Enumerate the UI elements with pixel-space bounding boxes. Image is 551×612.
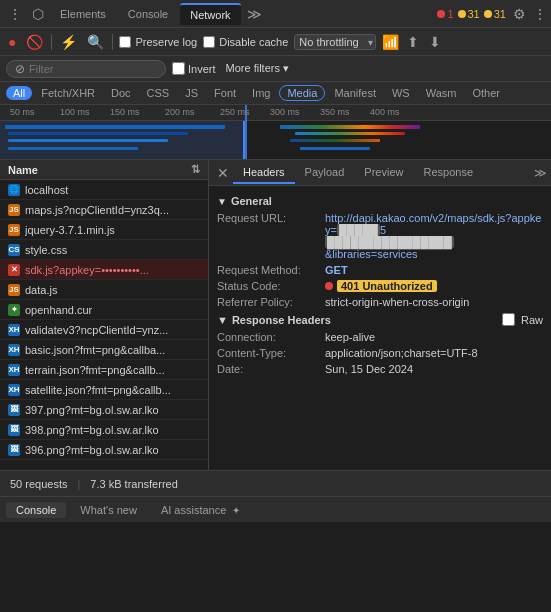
raw-checkbox[interactable] bbox=[502, 313, 515, 326]
req-icon-maps: JS bbox=[8, 204, 20, 216]
pill-ws[interactable]: WS bbox=[385, 86, 417, 100]
request-method-label: Request Method: bbox=[217, 264, 317, 276]
throttle-select[interactable]: No throttling Fast 3G Slow 3G Offline bbox=[294, 34, 376, 50]
tab-console[interactable]: Console bbox=[118, 4, 178, 24]
resize-handle[interactable]: ⇅ bbox=[191, 163, 200, 176]
date-label: Date: bbox=[217, 363, 317, 375]
bottom-tab-whatsnew[interactable]: What's new bbox=[70, 502, 147, 518]
pill-img[interactable]: Img bbox=[245, 86, 277, 100]
info-count: 31 bbox=[494, 8, 506, 20]
tab-preview[interactable]: Preview bbox=[354, 162, 413, 184]
more-details-tabs-icon[interactable]: ≫ bbox=[534, 166, 547, 180]
request-item-397[interactable]: 🖼 397.png?mt=bg.ol.sw.ar.lko bbox=[0, 400, 208, 420]
request-item-style[interactable]: CS style.css bbox=[0, 240, 208, 260]
upload-icon[interactable]: ⬆ bbox=[405, 32, 421, 52]
settings-icon[interactable]: ⚙ bbox=[510, 6, 529, 22]
close-details-button[interactable]: ✕ bbox=[213, 165, 233, 181]
bottom-tab-console[interactable]: Console bbox=[6, 502, 66, 518]
tab-payload[interactable]: Payload bbox=[295, 162, 355, 184]
more-options-icon[interactable]: ⋮ bbox=[533, 6, 547, 22]
referrer-policy-row: Referrer Policy: strict-origin-when-cros… bbox=[209, 294, 551, 310]
filter-input-wrap[interactable]: ⊘ bbox=[6, 60, 166, 78]
wifi-icon[interactable]: 📶 bbox=[382, 34, 399, 50]
pill-css[interactable]: CSS bbox=[140, 86, 177, 100]
request-item-jquery[interactable]: JS jquery-3.7.1.min.js bbox=[0, 220, 208, 240]
status-code-label: Status Code: bbox=[217, 280, 317, 292]
tab-response[interactable]: Response bbox=[413, 162, 483, 184]
request-item-terrain[interactable]: XH terrain.json?fmt=png&callb... bbox=[0, 360, 208, 380]
req-icon-localhost: 🌐 bbox=[8, 184, 20, 196]
general-section-header[interactable]: ▼ General bbox=[209, 192, 551, 210]
name-column-header: Name bbox=[8, 164, 38, 176]
details-panel: ✕ Headers Payload Preview Response ≫ ▼ G… bbox=[209, 160, 551, 470]
request-item-cursor[interactable]: ✦ openhand.cur bbox=[0, 300, 208, 320]
raw-checkbox-label[interactable] bbox=[502, 313, 515, 326]
network-toolbar: ● 🚫 ⚡ 🔍 Preserve log Disable cache No th… bbox=[0, 28, 551, 56]
request-item-398[interactable]: 🖼 398.png?mt=bg.ol.sw.ar.lko bbox=[0, 420, 208, 440]
req-name-localhost: localhost bbox=[25, 184, 200, 196]
throttle-select-wrap[interactable]: No throttling Fast 3G Slow 3G Offline bbox=[294, 34, 376, 50]
raw-label: Raw bbox=[521, 314, 543, 326]
tab-elements[interactable]: Elements bbox=[50, 4, 116, 24]
record-icon[interactable]: ● bbox=[6, 32, 18, 52]
ruler-50ms: 50 ms bbox=[10, 107, 35, 117]
pill-other[interactable]: Other bbox=[465, 86, 507, 100]
preserve-log-text: Preserve log bbox=[135, 36, 197, 48]
date-value: Sun, 15 Dec 2024 bbox=[325, 363, 543, 375]
search-icon[interactable]: 🔍 bbox=[85, 32, 106, 52]
referrer-policy-label: Referrer Policy: bbox=[217, 296, 317, 308]
tab-headers[interactable]: Headers bbox=[233, 162, 295, 184]
pill-doc[interactable]: Doc bbox=[104, 86, 138, 100]
error-dot bbox=[437, 10, 445, 18]
pill-js[interactable]: JS bbox=[178, 86, 205, 100]
request-item-396[interactable]: 🖼 396.png?mt=bg.ol.sw.ar.lko bbox=[0, 440, 208, 460]
connection-value: keep-alive bbox=[325, 331, 543, 343]
requests-count: 50 requests bbox=[10, 478, 67, 490]
tab-network[interactable]: Network bbox=[180, 3, 240, 25]
more-tabs-icon[interactable]: ≫ bbox=[243, 6, 266, 22]
pill-fetch-xhr[interactable]: Fetch/XHR bbox=[34, 86, 102, 100]
requests-header: Name ⇅ bbox=[0, 160, 208, 180]
request-item-validate[interactable]: XH validatev3?ncpClientId=ynz... bbox=[0, 320, 208, 340]
preserve-log-checkbox[interactable] bbox=[119, 36, 131, 48]
request-item-data[interactable]: JS data.js bbox=[0, 280, 208, 300]
bottom-tab-bar: Console What's new AI assistance ✦ bbox=[0, 496, 551, 522]
details-content[interactable]: ▼ General Request URL: http://dapi.kakao… bbox=[209, 186, 551, 470]
status-bar: 50 requests | 7.3 kB transferred bbox=[0, 470, 551, 496]
request-item-satellite[interactable]: XH satellite.json?fmt=png&callb... bbox=[0, 380, 208, 400]
ai-sparkle-icon: ✦ bbox=[232, 505, 240, 516]
response-headers-section-header: ▼ Response Headers Raw bbox=[209, 310, 551, 329]
clear-icon[interactable]: 🚫 bbox=[24, 32, 45, 52]
invert-checkbox[interactable] bbox=[172, 62, 185, 75]
request-url-row: Request URL: http://dapi.kakao.com/v2/ma… bbox=[209, 210, 551, 262]
download-icon[interactable]: ⬇ bbox=[427, 32, 443, 52]
req-name-data: data.js bbox=[25, 284, 200, 296]
request-item-localhost[interactable]: 🌐 localhost bbox=[0, 180, 208, 200]
pill-all[interactable]: All bbox=[6, 86, 32, 100]
disable-cache-label[interactable]: Disable cache bbox=[203, 36, 288, 48]
filter-icon[interactable]: ⚡ bbox=[58, 32, 79, 52]
preserve-log-label[interactable]: Preserve log bbox=[119, 36, 197, 48]
requests-list[interactable]: 🌐 localhost JS maps.js?ncpClientId=ynz3q… bbox=[0, 180, 208, 470]
request-item-sdk[interactable]: ✕ sdk.js?appkey=••••••••••... bbox=[0, 260, 208, 280]
error-badges: 1 31 31 ⚙ ⋮ bbox=[437, 6, 547, 22]
pill-manifest[interactable]: Manifest bbox=[327, 86, 383, 100]
request-item-maps[interactable]: JS maps.js?ncpClientId=ynz3q... bbox=[0, 200, 208, 220]
referrer-policy-value: strict-origin-when-cross-origin bbox=[325, 296, 543, 308]
disable-cache-checkbox[interactable] bbox=[203, 36, 215, 48]
filter-input[interactable] bbox=[29, 63, 157, 75]
pill-wasm[interactable]: Wasm bbox=[419, 86, 464, 100]
request-url-redacted: █████ bbox=[337, 224, 380, 236]
invert-label[interactable]: Invert bbox=[172, 62, 216, 75]
pill-media[interactable]: Media bbox=[279, 85, 325, 101]
filter-pills-bar: All Fetch/XHR Doc CSS JS Font Img Media … bbox=[0, 82, 551, 105]
response-headers-title[interactable]: ▼ Response Headers bbox=[217, 314, 331, 326]
main-area: Name ⇅ 🌐 localhost JS maps.js?ncpClientI… bbox=[0, 160, 551, 470]
devtools-menu-icon[interactable]: ⋮ bbox=[4, 6, 26, 22]
more-filters-button[interactable]: More filters ▾ bbox=[222, 60, 293, 77]
warning-dot bbox=[458, 10, 466, 18]
raw-checkbox-wrap: Raw bbox=[502, 313, 543, 326]
request-item-basic[interactable]: XH basic.json?fmt=png&callba... bbox=[0, 340, 208, 360]
pill-font[interactable]: Font bbox=[207, 86, 243, 100]
bottom-tab-ai[interactable]: AI assistance ✦ bbox=[151, 502, 250, 518]
